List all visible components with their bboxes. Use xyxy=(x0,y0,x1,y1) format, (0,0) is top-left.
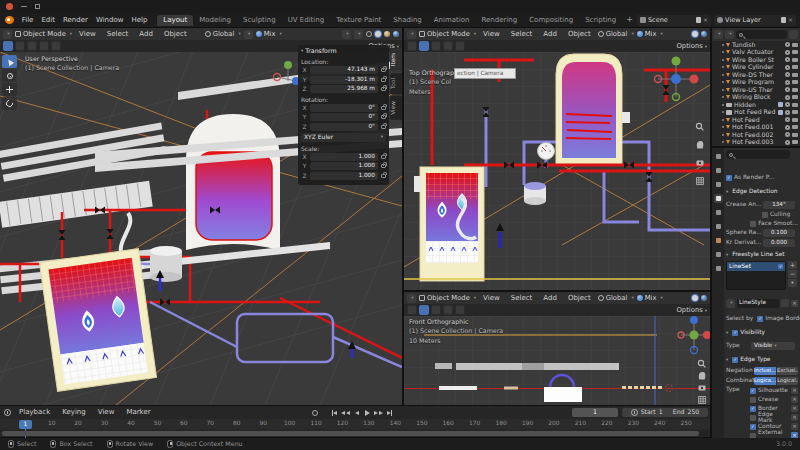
linestyle-icon[interactable] xyxy=(726,299,735,308)
outliner-item[interactable]: Hot Feed.002 xyxy=(712,131,800,139)
options-dropdown[interactable]: Options xyxy=(677,43,708,50)
workspace-tab[interactable]: Compositing xyxy=(523,15,579,26)
eye-icon[interactable] xyxy=(785,132,790,137)
editor-type-icon[interactable] xyxy=(407,30,416,39)
workspace-tab[interactable]: Rendering xyxy=(475,15,523,26)
mode-selector[interactable]: Object Mode xyxy=(419,295,476,302)
shading-wireframe-icon[interactable] xyxy=(366,31,372,37)
orientation-selector[interactable]: Global xyxy=(598,31,634,38)
edge-type-item-checkbox[interactable] xyxy=(750,424,756,430)
camera-icon[interactable] xyxy=(792,58,798,62)
menu-object[interactable]: Object xyxy=(564,31,595,38)
outliner-item[interactable]: Tundish xyxy=(712,41,800,49)
workspace-tab[interactable]: Modeling xyxy=(193,15,237,26)
timeline-ruler[interactable]: 1102030405060708090100110120130140150160… xyxy=(0,419,710,429)
editor-type-icon[interactable] xyxy=(3,30,12,39)
topbar-menu[interactable]: File xyxy=(18,17,38,24)
scale-row[interactable]: Y1.000 xyxy=(301,162,386,170)
snap-magnet-icon[interactable] xyxy=(244,30,253,39)
minimize-icon[interactable] xyxy=(21,6,27,8)
rotation-mode-dropdown[interactable]: XYZ Euler xyxy=(301,133,386,142)
jump-to-start-button[interactable] xyxy=(330,408,339,417)
blender-logo-icon[interactable] xyxy=(4,16,15,25)
timeline-menu[interactable]: View xyxy=(94,409,119,416)
workspace-tab[interactable]: Texture Paint xyxy=(330,15,387,26)
menu-view[interactable]: View xyxy=(75,31,100,38)
linestyle-datablock[interactable]: LineStyle xyxy=(737,299,779,308)
play-reverse-button[interactable] xyxy=(352,408,361,417)
remove-lineset-button[interactable] xyxy=(788,270,797,278)
exclude-edge-type-button[interactable] xyxy=(791,405,798,412)
scale-row[interactable]: Z1.000 xyxy=(301,172,386,180)
camera-icon[interactable] xyxy=(792,73,798,77)
end-field[interactable]: End xyxy=(673,409,685,415)
combination-option[interactable]: Logica... xyxy=(754,377,776,385)
move-tool[interactable] xyxy=(2,83,17,96)
viewport-canvas[interactable]: Top Orthographic (1) Scene Col Meters ec… xyxy=(404,52,710,290)
topbar-menu[interactable]: Edit xyxy=(37,17,59,24)
image-border-checkbox[interactable] xyxy=(757,316,763,322)
close-icon[interactable] xyxy=(6,3,13,10)
topbar-menu[interactable]: Window xyxy=(92,17,128,24)
menu-view[interactable]: View xyxy=(479,31,504,38)
select-box-tool[interactable] xyxy=(2,55,17,68)
tab-output[interactable] xyxy=(714,180,723,189)
new-scene-icon[interactable] xyxy=(696,17,701,23)
tool-icon[interactable] xyxy=(51,41,61,51)
tab-scene[interactable] xyxy=(714,208,723,217)
jump-to-end-button[interactable] xyxy=(385,408,394,417)
tool-icon[interactable] xyxy=(443,305,453,315)
location-row[interactable]: Z25.968 m xyxy=(301,85,386,93)
tool-icon[interactable] xyxy=(431,41,441,51)
add-lineset-button[interactable] xyxy=(788,261,797,269)
workspace-tab[interactable]: Sculpting xyxy=(237,15,282,26)
edge-type-item-checkbox[interactable] xyxy=(750,388,756,394)
shading-rendered-icon[interactable] xyxy=(701,295,707,301)
outliner-item[interactable]: Wire-US Ther xyxy=(712,86,800,94)
menu-select[interactable]: Select xyxy=(507,31,537,38)
menu-add[interactable]: Add xyxy=(135,31,157,38)
eye-icon[interactable] xyxy=(785,110,790,115)
viewport-top[interactable]: Object Mode View Select Add Object Globa… xyxy=(404,28,710,290)
tab-tool[interactable] xyxy=(714,152,723,161)
tool-icon[interactable] xyxy=(443,41,453,51)
workspace-tab[interactable]: Scripting xyxy=(579,15,622,26)
edge-detection-section[interactable]: Edge Detection xyxy=(726,188,798,196)
current-frame-field[interactable]: 1 xyxy=(572,408,618,418)
workspace-tab[interactable]: Animation xyxy=(428,15,476,26)
exclude-edge-type-button[interactable] xyxy=(791,414,798,421)
start-field[interactable]: Start xyxy=(641,409,656,415)
timeline-scrollbar[interactable] xyxy=(2,431,699,436)
menu-view[interactable]: View xyxy=(479,295,504,302)
eye-icon[interactable] xyxy=(785,117,790,122)
boiler[interactable] xyxy=(414,167,484,281)
tweak-tool-icon[interactable] xyxy=(407,305,417,315)
outliner-item[interactable]: Hot Feed.001 xyxy=(712,124,800,132)
visibility-section[interactable]: Visibility xyxy=(726,329,798,337)
collection-checkbox[interactable] xyxy=(778,102,783,107)
camera-icon[interactable] xyxy=(792,125,798,129)
exclude-edge-type-button[interactable] xyxy=(791,387,798,394)
crease-angle-field[interactable]: 134° xyxy=(763,201,795,209)
outliner-item[interactable]: Wiring Block xyxy=(712,94,800,102)
eye-icon[interactable] xyxy=(785,50,790,55)
rotate-tool[interactable] xyxy=(2,97,17,110)
outliner-search[interactable] xyxy=(736,30,787,39)
clock-icon[interactable] xyxy=(4,409,11,416)
timeline-menu[interactable]: Keying xyxy=(58,409,90,416)
edge-type-item-checkbox[interactable] xyxy=(750,415,756,421)
camera-icon[interactable] xyxy=(792,80,798,84)
tool-icon[interactable] xyxy=(431,305,441,315)
edge-type-item-checkbox[interactable] xyxy=(750,406,756,412)
viewport-canvas[interactable]: Front Orthographic (1) Scene Collection … xyxy=(404,316,710,405)
timeline-menu[interactable]: Playback xyxy=(15,409,54,416)
proportional-editing-selector[interactable]: Mix xyxy=(256,31,282,38)
camera-icon[interactable] xyxy=(792,110,798,114)
kr-derivative-field[interactable]: 0.000 xyxy=(763,239,795,247)
active-tool-icon[interactable] xyxy=(419,305,429,315)
boiler[interactable] xyxy=(39,249,156,392)
outliner-item[interactable]: Hot Feed Red xyxy=(712,109,800,117)
combination-option[interactable]: Logical... xyxy=(777,377,798,385)
tab-world[interactable] xyxy=(714,222,723,231)
menu-add[interactable]: Add xyxy=(539,31,561,38)
